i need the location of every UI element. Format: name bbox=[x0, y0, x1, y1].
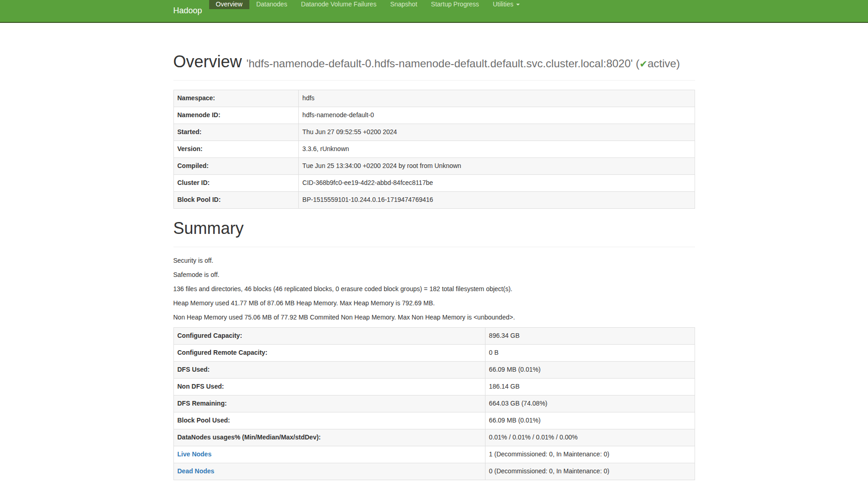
page-title: Overview 'hdfs-namenode-default-0.hdfs-n… bbox=[173, 51, 695, 72]
row-label: DataNodes usages% (Min/Median/Max/stdDev… bbox=[173, 429, 485, 446]
navbar-container: Hadoop Overview Datanodes Datanode Volum… bbox=[167, 0, 702, 22]
row-value: 3.3.6, rUnknown bbox=[298, 141, 695, 157]
dead-nodes-link[interactable]: Dead Nodes bbox=[178, 467, 215, 475]
summary-table: Configured Capacity: 896.34 GB Configure… bbox=[173, 327, 695, 480]
heap-memory: Heap Memory used 41.77 MB of 87.06 MB He… bbox=[173, 299, 695, 308]
table-row: Dead Nodes 0 (Decommissioned: 0, In Main… bbox=[173, 463, 695, 480]
row-label: Dead Nodes bbox=[173, 463, 485, 480]
cluster-info-table: Namespace: hdfs Namenode ID: hdfs-nameno… bbox=[173, 90, 695, 209]
nav-tab-datanode-volume-failures[interactable]: Datanode Volume Failures bbox=[294, 0, 383, 9]
row-label: DFS Remaining: bbox=[173, 395, 485, 412]
nav-tab-startup-progress[interactable]: Startup Progress bbox=[424, 0, 486, 9]
row-label: Namespace: bbox=[173, 90, 298, 107]
nav-tab-snapshot[interactable]: Snapshot bbox=[383, 0, 424, 9]
top-navbar: Hadoop Overview Datanodes Datanode Volum… bbox=[0, 0, 868, 23]
status-open-paren: ( bbox=[636, 57, 640, 70]
nav-dropdown-utilities[interactable]: Utilities bbox=[486, 0, 527, 9]
table-row: Compiled: Tue Jun 25 13:34:00 +0200 2024… bbox=[173, 157, 695, 174]
row-value: 0 (Decommissioned: 0, In Maintenance: 0) bbox=[485, 463, 695, 480]
table-row: Namespace: hdfs bbox=[173, 90, 695, 107]
divider bbox=[173, 247, 695, 247]
table-row: Cluster ID: CID-368b9fc0-ee19-4d22-abbd-… bbox=[173, 174, 695, 191]
row-value: hdfs bbox=[298, 90, 695, 107]
table-row: DFS Used: 66.09 MB (0.01%) bbox=[173, 361, 695, 378]
row-label: Non DFS Used: bbox=[173, 378, 485, 395]
table-row: Block Pool Used: 66.09 MB (0.01%) bbox=[173, 412, 695, 429]
table-row: Started: Thu Jun 27 09:52:55 +0200 2024 bbox=[173, 124, 695, 141]
status-close-paren: ) bbox=[676, 57, 680, 70]
caret-down-icon bbox=[516, 4, 520, 5]
row-label: Live Nodes bbox=[173, 446, 485, 463]
row-value: 66.09 MB (0.01%) bbox=[485, 412, 695, 429]
row-value: 896.34 GB bbox=[485, 327, 695, 344]
row-value: 66.09 MB (0.01%) bbox=[485, 361, 695, 378]
row-label: Version: bbox=[173, 141, 298, 157]
active-check-icon: ✔ bbox=[640, 59, 648, 69]
row-label: Configured Remote Capacity: bbox=[173, 344, 485, 361]
status-badge: active bbox=[647, 57, 676, 70]
row-label: Compiled: bbox=[173, 157, 298, 174]
table-row: Namenode ID: hdfs-namenode-default-0 bbox=[173, 107, 695, 124]
row-label: Configured Capacity: bbox=[173, 327, 485, 344]
non-heap-memory: Non Heap Memory used 75.06 MB of 77.92 M… bbox=[173, 313, 695, 322]
page-title-text: Overview bbox=[173, 52, 242, 71]
table-row: Block Pool ID: BP-1515559101-10.244.0.16… bbox=[173, 191, 695, 208]
row-value: BP-1515559101-10.244.0.16-1719474769416 bbox=[298, 191, 695, 208]
main-content: Overview 'hdfs-namenode-default-0.hdfs-n… bbox=[167, 23, 702, 480]
live-nodes-link[interactable]: Live Nodes bbox=[178, 450, 212, 458]
table-row: DFS Remaining: 664.03 GB (74.08%) bbox=[173, 395, 695, 412]
row-value: 186.14 GB bbox=[485, 378, 695, 395]
security-status: Security is off. bbox=[173, 256, 695, 265]
row-label: DFS Used: bbox=[173, 361, 485, 378]
filesystem-objects: 136 files and directories, 46 blocks (46… bbox=[173, 285, 695, 294]
row-label: Block Pool Used: bbox=[173, 412, 485, 429]
nav-tabs: Overview Datanodes Datanode Volume Failu… bbox=[209, 0, 527, 22]
row-value: 0.01% / 0.01% / 0.01% / 0.00% bbox=[485, 429, 695, 446]
table-row: Live Nodes 1 (Decommissioned: 0, In Main… bbox=[173, 446, 695, 463]
row-value: Thu Jun 27 09:52:55 +0200 2024 bbox=[298, 124, 695, 141]
row-value: CID-368b9fc0-ee19-4d22-abbd-84fcec8117be bbox=[298, 174, 695, 191]
table-row: DataNodes usages% (Min/Median/Max/stdDev… bbox=[173, 429, 695, 446]
row-value: Tue Jun 25 13:34:00 +0200 2024 by root f… bbox=[298, 157, 695, 174]
row-value: 1 (Decommissioned: 0, In Maintenance: 0) bbox=[485, 446, 695, 463]
table-row: Non DFS Used: 186.14 GB bbox=[173, 378, 695, 395]
namenode-endpoint: 'hdfs-namenode-default-0.hdfs-namenode-d… bbox=[247, 57, 633, 70]
divider bbox=[173, 80, 695, 81]
nav-tab-datanodes[interactable]: Datanodes bbox=[249, 0, 294, 9]
table-row: Configured Capacity: 896.34 GB bbox=[173, 327, 695, 344]
row-value: hdfs-namenode-default-0 bbox=[298, 107, 695, 124]
utilities-label: Utilities bbox=[493, 0, 513, 9]
summary-heading: Summary bbox=[173, 218, 695, 238]
table-row: Configured Remote Capacity: 0 B bbox=[173, 344, 695, 361]
row-label: Cluster ID: bbox=[173, 174, 298, 191]
row-value: 0 B bbox=[485, 344, 695, 361]
nav-tab-overview[interactable]: Overview bbox=[209, 0, 249, 9]
row-label: Started: bbox=[173, 124, 298, 141]
row-value: 664.03 GB (74.08%) bbox=[485, 395, 695, 412]
row-label: Namenode ID: bbox=[173, 107, 298, 124]
row-label: Block Pool ID: bbox=[173, 191, 298, 208]
table-row: Version: 3.3.6, rUnknown bbox=[173, 141, 695, 157]
safemode-status: Safemode is off. bbox=[173, 271, 695, 280]
brand-hadoop[interactable]: Hadoop bbox=[173, 0, 209, 22]
